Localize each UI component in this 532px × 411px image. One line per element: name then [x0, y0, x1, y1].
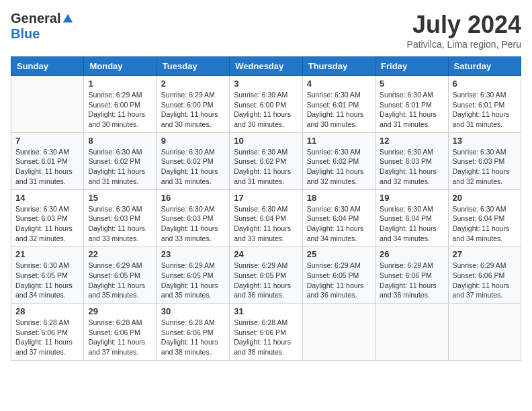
day-number: 25 — [307, 249, 371, 259]
calendar-cell: 19Sunrise: 6:30 AMSunset: 6:04 PMDayligh… — [375, 189, 448, 246]
day-number: 20 — [453, 193, 517, 203]
day-number: 4 — [307, 79, 371, 89]
calendar-cell: 2Sunrise: 6:29 AMSunset: 6:00 PMDaylight… — [157, 76, 229, 133]
location-text: Pativilca, Lima region, Peru — [407, 39, 521, 50]
calendar-header-saturday: Saturday — [448, 57, 521, 76]
day-info: Sunrise: 6:30 AMSunset: 6:01 PMDaylight:… — [307, 90, 371, 130]
day-number: 7 — [15, 136, 79, 146]
calendar-cell: 1Sunrise: 6:29 AMSunset: 6:00 PMDaylight… — [84, 76, 157, 133]
day-info: Sunrise: 6:30 AMSunset: 6:02 PMDaylight:… — [234, 147, 298, 187]
calendar-cell: 6Sunrise: 6:30 AMSunset: 6:01 PMDaylight… — [448, 76, 521, 133]
calendar-cell — [11, 76, 84, 133]
day-info: Sunrise: 6:29 AMSunset: 6:05 PMDaylight:… — [161, 261, 225, 300]
day-info: Sunrise: 6:28 AMSunset: 6:06 PMDaylight:… — [234, 318, 298, 357]
day-number: 17 — [234, 193, 298, 203]
day-number: 26 — [380, 249, 443, 259]
calendar-cell: 21Sunrise: 6:30 AMSunset: 6:05 PMDayligh… — [11, 246, 84, 304]
day-info: Sunrise: 6:30 AMSunset: 6:03 PMDaylight:… — [161, 204, 225, 244]
day-number: 13 — [453, 136, 517, 146]
calendar-cell: 8Sunrise: 6:30 AMSunset: 6:02 PMDaylight… — [84, 132, 157, 189]
calendar-header-sunday: Sunday — [11, 57, 84, 76]
day-number: 31 — [234, 306, 298, 316]
day-number: 24 — [234, 249, 298, 259]
calendar-week-row: 21Sunrise: 6:30 AMSunset: 6:05 PMDayligh… — [11, 246, 521, 304]
day-number: 9 — [161, 136, 225, 146]
calendar-cell: 22Sunrise: 6:29 AMSunset: 6:05 PMDayligh… — [84, 246, 157, 304]
calendar-cell: 9Sunrise: 6:30 AMSunset: 6:02 PMDaylight… — [157, 132, 229, 189]
calendar-cell — [448, 304, 521, 361]
day-number: 22 — [88, 249, 152, 259]
calendar-cell: 14Sunrise: 6:30 AMSunset: 6:03 PMDayligh… — [11, 189, 84, 246]
day-info: Sunrise: 6:30 AMSunset: 6:01 PMDaylight:… — [15, 147, 79, 187]
day-number: 14 — [15, 193, 79, 203]
day-info: Sunrise: 6:30 AMSunset: 6:00 PMDaylight:… — [234, 90, 298, 130]
calendar-cell: 28Sunrise: 6:28 AMSunset: 6:06 PMDayligh… — [11, 304, 84, 361]
day-number: 29 — [88, 306, 152, 316]
day-info: Sunrise: 6:29 AMSunset: 6:05 PMDaylight:… — [234, 261, 298, 300]
day-info: Sunrise: 6:30 AMSunset: 6:04 PMDaylight:… — [307, 204, 371, 244]
day-number: 5 — [380, 79, 443, 89]
calendar-header-thursday: Thursday — [302, 57, 375, 76]
day-number: 3 — [234, 79, 298, 89]
day-info: Sunrise: 6:30 AMSunset: 6:03 PMDaylight:… — [15, 204, 79, 244]
calendar-week-row: 1Sunrise: 6:29 AMSunset: 6:00 PMDaylight… — [11, 76, 521, 133]
calendar-header-tuesday: Tuesday — [157, 57, 229, 76]
calendar-cell: 18Sunrise: 6:30 AMSunset: 6:04 PMDayligh… — [302, 189, 375, 246]
day-info: Sunrise: 6:30 AMSunset: 6:04 PMDaylight:… — [380, 204, 443, 244]
calendar-cell — [302, 304, 375, 361]
calendar-cell: 26Sunrise: 6:29 AMSunset: 6:06 PMDayligh… — [375, 246, 448, 304]
calendar-header-wednesday: Wednesday — [230, 57, 302, 76]
calendar-cell: 25Sunrise: 6:29 AMSunset: 6:05 PMDayligh… — [302, 246, 375, 304]
logo-general-text: General — [11, 11, 60, 26]
day-info: Sunrise: 6:28 AMSunset: 6:06 PMDaylight:… — [15, 318, 79, 357]
day-info: Sunrise: 6:30 AMSunset: 6:01 PMDaylight:… — [380, 90, 443, 130]
calendar-cell: 10Sunrise: 6:30 AMSunset: 6:02 PMDayligh… — [230, 132, 302, 189]
day-number: 1 — [88, 79, 152, 89]
day-number: 27 — [453, 249, 517, 259]
calendar-header-friday: Friday — [375, 57, 448, 76]
page-header: General Blue July 2024 Pativilca, Lima r… — [11, 11, 521, 50]
day-info: Sunrise: 6:30 AMSunset: 6:02 PMDaylight:… — [161, 147, 225, 187]
day-number: 28 — [15, 306, 79, 316]
calendar-cell: 30Sunrise: 6:28 AMSunset: 6:06 PMDayligh… — [157, 304, 229, 361]
day-info: Sunrise: 6:30 AMSunset: 6:02 PMDaylight:… — [88, 147, 152, 187]
calendar-header-monday: Monday — [84, 57, 157, 76]
day-info: Sunrise: 6:28 AMSunset: 6:06 PMDaylight:… — [88, 318, 152, 357]
day-number: 30 — [161, 306, 225, 316]
logo-blue-text: Blue — [11, 26, 40, 42]
day-number: 11 — [307, 136, 371, 146]
svg-marker-0 — [63, 13, 73, 22]
calendar-cell: 4Sunrise: 6:30 AMSunset: 6:01 PMDaylight… — [302, 76, 375, 133]
day-info: Sunrise: 6:29 AMSunset: 6:05 PMDaylight:… — [88, 261, 152, 300]
calendar-week-row: 7Sunrise: 6:30 AMSunset: 6:01 PMDaylight… — [11, 132, 521, 189]
day-number: 10 — [234, 136, 298, 146]
calendar-cell: 12Sunrise: 6:30 AMSunset: 6:03 PMDayligh… — [375, 132, 448, 189]
day-number: 18 — [307, 193, 371, 203]
day-number: 16 — [161, 193, 225, 203]
calendar-cell: 23Sunrise: 6:29 AMSunset: 6:05 PMDayligh… — [157, 246, 229, 304]
day-info: Sunrise: 6:30 AMSunset: 6:05 PMDaylight:… — [15, 261, 79, 300]
calendar-cell: 15Sunrise: 6:30 AMSunset: 6:03 PMDayligh… — [84, 189, 157, 246]
calendar-cell: 5Sunrise: 6:30 AMSunset: 6:01 PMDaylight… — [375, 76, 448, 133]
title-section: July 2024 Pativilca, Lima region, Peru — [407, 11, 521, 50]
calendar-week-row: 28Sunrise: 6:28 AMSunset: 6:06 PMDayligh… — [11, 304, 521, 361]
day-info: Sunrise: 6:30 AMSunset: 6:04 PMDaylight:… — [234, 204, 298, 244]
day-number: 23 — [161, 249, 225, 259]
calendar-cell: 11Sunrise: 6:30 AMSunset: 6:02 PMDayligh… — [302, 132, 375, 189]
calendar-cell — [375, 304, 448, 361]
calendar-cell: 3Sunrise: 6:30 AMSunset: 6:00 PMDaylight… — [230, 76, 302, 133]
day-info: Sunrise: 6:29 AMSunset: 6:00 PMDaylight:… — [161, 90, 225, 130]
day-info: Sunrise: 6:29 AMSunset: 6:05 PMDaylight:… — [307, 261, 371, 300]
day-info: Sunrise: 6:29 AMSunset: 6:06 PMDaylight:… — [453, 261, 517, 300]
calendar-cell: 31Sunrise: 6:28 AMSunset: 6:06 PMDayligh… — [230, 304, 302, 361]
day-number: 21 — [15, 249, 79, 259]
logo-icon — [62, 13, 74, 25]
calendar-cell: 16Sunrise: 6:30 AMSunset: 6:03 PMDayligh… — [157, 189, 229, 246]
calendar-cell: 27Sunrise: 6:29 AMSunset: 6:06 PMDayligh… — [448, 246, 521, 304]
day-number: 8 — [88, 136, 152, 146]
calendar-cell: 7Sunrise: 6:30 AMSunset: 6:01 PMDaylight… — [11, 132, 84, 189]
calendar-week-row: 14Sunrise: 6:30 AMSunset: 6:03 PMDayligh… — [11, 189, 521, 246]
calendar-cell: 24Sunrise: 6:29 AMSunset: 6:05 PMDayligh… — [230, 246, 302, 304]
day-info: Sunrise: 6:29 AMSunset: 6:06 PMDaylight:… — [380, 261, 443, 300]
calendar-cell: 13Sunrise: 6:30 AMSunset: 6:03 PMDayligh… — [448, 132, 521, 189]
